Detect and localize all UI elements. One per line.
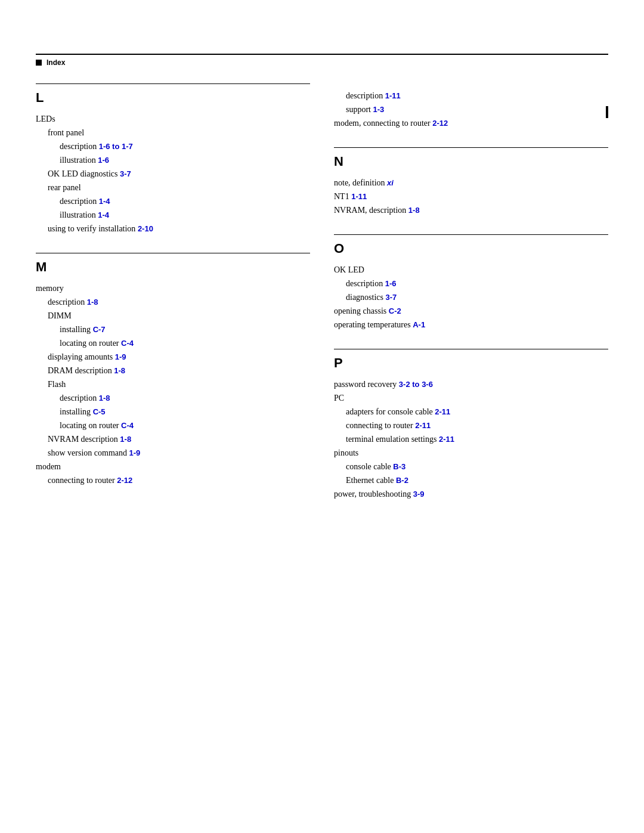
page-ref: C-7 [93,325,106,334]
page-ref: 3-7 [120,169,131,178]
entry-text: diagnostics 3-7 [334,293,397,302]
list-item: OK LED [334,264,608,276]
section-N-divider [334,147,608,148]
page-ref: 1-3 [373,105,385,114]
list-item: connecting to router 2-11 [334,419,608,432]
list-item: OK LED diagnostics 3-7 [36,168,310,180]
entry-text: using to verify installation 2-10 [36,224,153,233]
list-item: description 1-8 [36,296,310,308]
page-ref: 1-8 [120,435,131,444]
entry-text: adapters for console cable 2-11 [334,407,450,416]
entry-text: locating on router C-4 [36,421,134,430]
page: Index L LEDs front panel description 1-6… [0,54,644,833]
header-square-icon [36,60,42,66]
page-ref: C-2 [389,306,401,315]
entry-text: note, definition xi [334,178,394,187]
list-item: Ethernet cable B-2 [334,474,608,487]
list-item: password recovery 3-2 to 3-6 [334,378,608,391]
list-item: PC [334,392,608,404]
entry-text: connecting to router 2-11 [334,421,431,430]
entry-text: Flash [36,380,66,389]
page-ref: 3-2 to 3-6 [399,380,433,389]
page-ref: 1-11 [351,192,367,201]
section-P-letter: P [334,355,608,371]
list-item: installing C-7 [36,323,310,336]
list-item: support 1-3 [334,103,608,116]
page-ref: 3-9 [413,490,425,498]
section-O-letter: O [334,241,608,256]
list-item: description 1-6 [334,277,608,290]
entry-text: support 1-3 [334,105,384,114]
section-L-letter: L [36,90,310,106]
page-ref: 2-10 [138,224,153,233]
section-L: L LEDs front panel description 1-6 to 1-… [36,83,310,235]
entry-text: description 1-6 to 1-7 [36,142,133,151]
entry-text: DIMM [36,311,72,320]
page-ref: B-2 [396,476,408,485]
list-item: DIMM [36,309,310,322]
list-item: Flash [36,378,310,391]
page-ref: 1-6 [385,279,397,288]
entry-text: console cable B-3 [334,462,405,471]
right-column: description 1-11 support 1-3 modem, conn… [334,83,608,518]
entry-text: installing C-7 [36,325,106,334]
section-continuation: description 1-11 support 1-3 modem, conn… [334,83,608,129]
top-right-bar [606,106,608,118]
list-item: DRAM description 1-8 [36,364,310,377]
page-ref: 2-12 [432,119,448,128]
entry-text: LEDs [36,114,55,123]
list-item: NVRAM, description 1-8 [334,204,608,216]
page-ref: 1-8 [99,394,110,402]
list-item: memory [36,282,310,295]
section-O: O OK LED description 1-6 diagnostics 3-7… [334,234,608,331]
entry-text: modem [36,462,61,471]
list-item: power, troubleshooting 3-9 [334,488,608,500]
entry-text: description 1-8 [36,298,98,306]
left-column: L LEDs front panel description 1-6 to 1-… [36,83,310,518]
page-ref: 2-11 [415,421,431,430]
entry-text: OK LED [334,265,364,274]
page-ref: C-4 [121,421,134,430]
entry-text: operating temperatures A-1 [334,320,425,329]
list-item: connecting to router 2-12 [36,474,310,487]
page-ref: 1-4 [99,197,110,206]
section-M: M memory description 1-8 DIMM installing… [36,253,310,487]
list-item: terminal emulation settings 2-11 [334,433,608,445]
page-ref: 2-12 [117,476,132,485]
page-ref: 1-6 to 1-7 [99,142,133,151]
list-item: show version command 1-9 [36,447,310,459]
entry-text: installing C-5 [36,407,106,416]
entry-text: connecting to router 2-12 [36,476,132,485]
entry-text: terminal emulation settings 2-11 [334,435,454,444]
page-ref-italic: xi [387,178,394,187]
list-item: note, definition xi [334,176,608,189]
header-label: Index [47,58,65,67]
entry-text: modem, connecting to router 2-12 [334,119,448,128]
entry-text: description 1-11 [334,91,401,100]
list-item: operating temperatures A-1 [334,318,608,331]
list-item: description 1-8 [36,392,310,404]
list-item: modem, connecting to router 2-12 [334,117,608,129]
section-N-letter: N [334,154,608,169]
list-item: illustration 1-6 [36,154,310,166]
page-ref: 1-9 [115,352,126,361]
page-ref: 1-6 [98,156,109,165]
list-item: locating on router C-4 [36,419,310,432]
entry-text: PC [334,394,344,402]
list-item: modem [36,460,310,473]
list-item: locating on router C-4 [36,337,310,349]
page-ref: 1-8 [87,298,98,306]
entry-text: Ethernet cable B-2 [334,476,408,485]
entry-text: description 1-8 [36,394,110,402]
entry-text: description 1-6 [334,279,397,288]
entry-text: memory [36,284,64,293]
header-row: Index [36,55,608,72]
section-M-divider [36,253,310,253]
section-P-divider [334,349,608,349]
list-item: description 1-6 to 1-7 [36,140,310,153]
page-ref: 1-9 [129,448,140,457]
list-item: installing C-5 [36,405,310,418]
page-ref: C-4 [121,339,134,348]
content-area: L LEDs front panel description 1-6 to 1-… [36,83,608,518]
entry-text: front panel [36,128,84,137]
